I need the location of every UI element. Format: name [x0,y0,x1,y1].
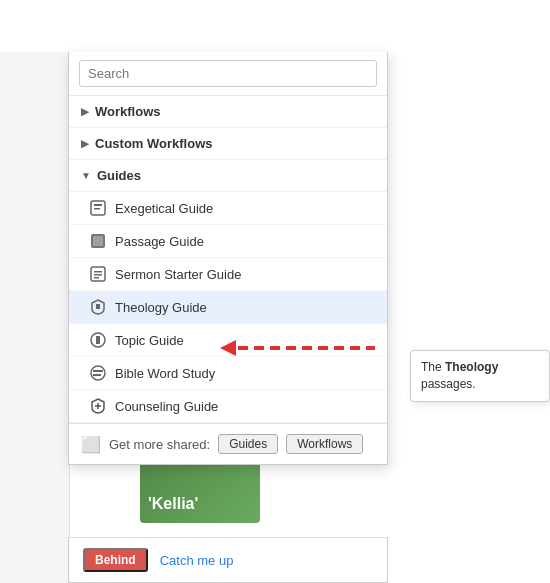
svg-point-12 [91,366,105,380]
theology-guide-label: Theology Guide [115,300,207,315]
svg-rect-14 [93,374,101,376]
get-more-shared-row: ⬜ Get more shared: Guides Workflows [69,423,387,464]
exegetical-guide-label: Exegetical Guide [115,201,213,216]
svg-rect-9 [96,304,100,309]
guides-section-label: Guides [97,168,141,183]
counseling-guide-label: Counseling Guide [115,399,218,414]
counseling-guide-item[interactable]: Counseling Guide [69,390,387,423]
guides-tag-button[interactable]: Guides [218,434,278,454]
sermon-guide-label: Sermon Starter Guide [115,267,241,282]
sidebar-background [0,52,70,583]
counseling-guide-icon [89,397,107,415]
custom-workflows-section-header[interactable]: ▶ Custom Workflows [69,128,387,160]
svg-rect-8 [94,277,99,279]
guides-section-header[interactable]: ▼ Guides [69,160,387,192]
chevron-right-icon-2: ▶ [81,138,89,149]
passage-guide-item[interactable]: Passage Guide [69,225,387,258]
bible-word-study-item[interactable]: Bible Word Study [69,357,387,390]
search-input[interactable] [79,60,377,87]
svg-rect-1 [94,204,102,206]
theology-guide-item[interactable]: Theology Guide [69,291,387,324]
bottom-action-bar: Behind Catch me up [68,537,388,583]
workflows-tag-button[interactable]: Workflows [286,434,363,454]
exegetical-guide-item[interactable]: Exegetical Guide [69,192,387,225]
custom-workflows-label: Custom Workflows [95,136,213,151]
behind-button[interactable]: Behind [83,548,148,572]
svg-rect-6 [94,271,102,273]
sermon-guide-icon [89,265,107,283]
svg-rect-11 [96,336,100,344]
theology-guide-tooltip: The Theology passages. [410,350,550,402]
share-icon: ⬜ [81,435,101,454]
chevron-right-icon: ▶ [81,106,89,117]
passage-guide-label: Passage Guide [115,234,204,249]
workflows-label: Workflows [95,104,161,119]
chevron-down-icon-guides: ▼ [81,170,91,181]
exegetical-guide-icon [89,199,107,217]
svg-rect-7 [94,274,102,276]
search-box [69,52,387,96]
bible-word-icon [89,364,107,382]
passage-guide-icon [89,232,107,250]
workflows-section-header[interactable]: ▶ Workflows [69,96,387,128]
topic-guide-item[interactable]: Topic Guide [69,324,387,357]
svg-rect-2 [94,208,100,210]
topic-guide-label: Topic Guide [115,333,184,348]
svg-rect-4 [93,236,103,246]
topic-guide-icon [89,331,107,349]
theology-guide-icon [89,298,107,316]
sermon-starter-guide-item[interactable]: Sermon Starter Guide [69,258,387,291]
guides-dropdown-panel: ▶ Workflows ▶ Custom Workflows ▼ Guides … [68,52,388,465]
bible-word-study-label: Bible Word Study [115,366,215,381]
get-more-label: Get more shared: [109,437,210,452]
svg-rect-13 [93,370,103,372]
book-title: 'Kellia' [148,495,198,513]
catch-up-link[interactable]: Catch me up [160,553,234,568]
